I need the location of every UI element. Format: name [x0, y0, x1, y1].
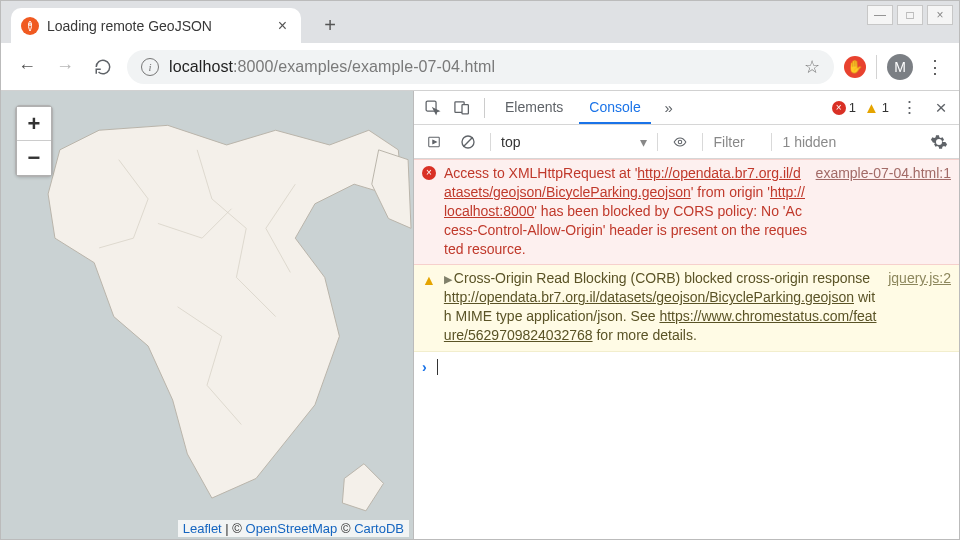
svg-point-0	[29, 24, 31, 26]
back-button[interactable]: ←	[13, 53, 41, 81]
more-tabs-icon[interactable]: »	[657, 96, 681, 120]
reload-button[interactable]	[89, 53, 117, 81]
zoom-out-button[interactable]: −	[17, 141, 51, 175]
hidden-count[interactable]: 1 hidden	[782, 134, 836, 150]
map-tiles	[1, 91, 413, 532]
console-filter-bar: top ▾ Filter 1 hidden	[414, 125, 959, 159]
console-prompt[interactable]: ›	[414, 352, 959, 383]
svg-line-7	[463, 137, 472, 146]
expand-triangle-icon[interactable]: ▶	[444, 273, 452, 285]
profile-avatar[interactable]: M	[887, 54, 913, 80]
device-toolbar-icon[interactable]	[450, 96, 474, 120]
error-dot-icon: ×	[832, 101, 846, 115]
map-attribution: Leaflet | © OpenStreetMap © CartoDB	[178, 520, 409, 537]
console-output: × Access to XMLHttpRequest at 'http://op…	[414, 159, 959, 539]
warning-glyph-icon: ▲	[422, 271, 436, 345]
devtools-tabbar: Elements Console » × 1 ▲ 1 ⋮ ×	[414, 91, 959, 125]
devtools-panel: Elements Console » × 1 ▲ 1 ⋮ ×	[414, 91, 959, 539]
tab-close-button[interactable]: ×	[274, 17, 291, 35]
warning-count-badge[interactable]: ▲ 1	[864, 99, 889, 116]
clear-console-icon[interactable]	[456, 130, 480, 154]
execution-context-icon[interactable]	[422, 130, 446, 154]
console-settings-icon[interactable]	[927, 130, 951, 154]
error-count-badge[interactable]: × 1	[832, 100, 856, 115]
zoom-control: + −	[15, 105, 53, 177]
error-source-link[interactable]: example-07-04.html:1	[816, 164, 951, 258]
address-bar[interactable]: i localhost:8000/examples/example-07-04.…	[127, 50, 834, 84]
window-minimize-button[interactable]: —	[867, 5, 893, 25]
browser-tab[interactable]: Loading remote GeoJSON ×	[11, 8, 301, 44]
warning-link-1[interactable]: http://opendata.br7.org.il/datasets/geoj…	[444, 289, 854, 305]
warning-text: ▶Cross-Origin Read Blocking (CORB) block…	[444, 269, 880, 345]
window-close-button[interactable]: ×	[927, 5, 953, 25]
live-expression-icon[interactable]	[668, 130, 692, 154]
bookmark-star-icon[interactable]: ☆	[804, 56, 820, 78]
osm-link[interactable]: OpenStreetMap	[246, 521, 338, 536]
tab-elements[interactable]: Elements	[495, 91, 573, 124]
input-caret	[437, 359, 438, 375]
error-glyph-icon: ×	[422, 166, 436, 180]
tab-strip: Loading remote GeoJSON × +	[1, 1, 959, 43]
devtools-menu-button[interactable]: ⋮	[897, 96, 921, 120]
svg-point-8	[679, 140, 683, 144]
context-selector[interactable]: top ▾	[501, 134, 647, 150]
new-tab-button[interactable]: +	[315, 10, 345, 40]
window-maximize-button[interactable]: □	[897, 5, 923, 25]
inspect-element-icon[interactable]	[420, 96, 444, 120]
warning-source-link[interactable]: jquery.js:2	[888, 269, 951, 345]
console-error-message[interactable]: × Access to XMLHttpRequest at 'http://op…	[414, 159, 959, 265]
cartodb-link[interactable]: CartoDB	[354, 521, 404, 536]
map-pane[interactable]: + − Leaflet | © OpenStreetMap © CartoDB	[1, 91, 414, 539]
url-text: localhost:8000/examples/example-07-04.ht…	[169, 58, 495, 76]
devtools-close-button[interactable]: ×	[929, 96, 953, 120]
zoom-in-button[interactable]: +	[17, 107, 51, 141]
window-controls: — □ ×	[867, 5, 953, 25]
leaflet-link[interactable]: Leaflet	[183, 521, 222, 536]
tab-title: Loading remote GeoJSON	[47, 18, 266, 34]
toolbar-separator	[876, 55, 877, 79]
extension-ublock-icon[interactable]: ✋	[844, 56, 866, 78]
svg-rect-4	[462, 105, 468, 114]
browser-menu-button[interactable]: ⋮	[923, 55, 947, 79]
error-text: Access to XMLHttpRequest at 'http://open…	[444, 164, 808, 258]
site-info-icon[interactable]: i	[141, 58, 159, 76]
console-warning-message[interactable]: ▲ ▶Cross-Origin Read Blocking (CORB) blo…	[414, 265, 959, 352]
forward-button[interactable]: →	[51, 53, 79, 81]
warning-triangle-icon: ▲	[864, 99, 879, 116]
tab-console[interactable]: Console	[579, 91, 650, 124]
favicon-icon	[21, 17, 39, 35]
browser-toolbar: ← → i localhost:8000/examples/example-07…	[1, 43, 959, 91]
prompt-chevron-icon: ›	[422, 358, 427, 377]
filter-input[interactable]: Filter	[713, 134, 761, 150]
content-area: + − Leaflet | © OpenStreetMap © CartoDB …	[1, 91, 959, 539]
